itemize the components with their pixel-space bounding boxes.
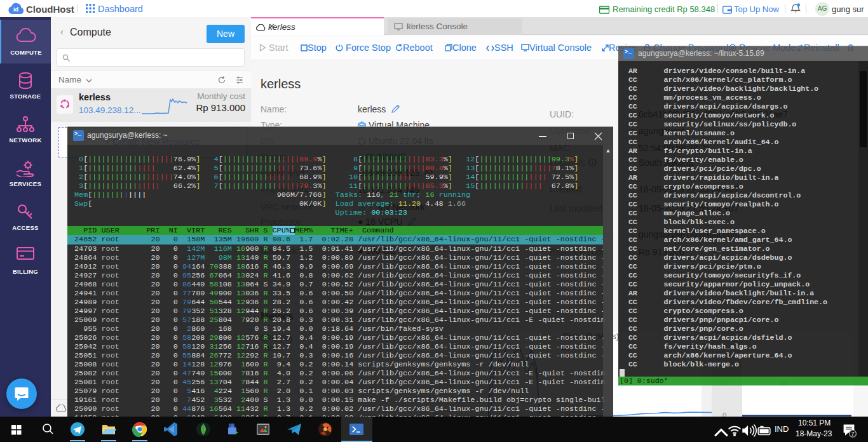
svg-text:Id: Id	[13, 6, 18, 13]
svg-text:7: 7	[851, 431, 854, 437]
